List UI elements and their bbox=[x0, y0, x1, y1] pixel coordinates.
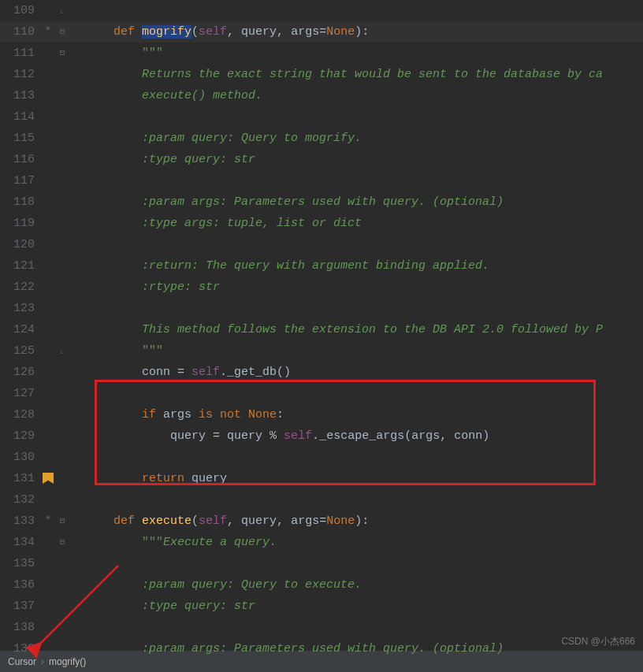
code-line[interactable]: 126 conn = self._get_db() bbox=[0, 362, 643, 383]
token-prm: args bbox=[163, 408, 199, 421]
code-line[interactable]: 132 bbox=[0, 489, 643, 510]
code-line[interactable]: 128 if args is not None: bbox=[0, 404, 643, 425]
code-content[interactable]: return query bbox=[69, 468, 643, 489]
line-number: 137 bbox=[0, 596, 41, 617]
line-number: 112 bbox=[0, 64, 41, 85]
token-op: ): bbox=[355, 514, 369, 528]
code-line[interactable]: 110*⊟ def mogrify(self, query, args=None… bbox=[0, 21, 643, 43]
token-doc: Execute a query. bbox=[163, 536, 277, 549]
code-content[interactable]: :return: The query with argument binding… bbox=[69, 255, 643, 277]
code-line[interactable]: 137 :type query: str bbox=[0, 596, 643, 617]
code-line[interactable]: 116 :type query: str bbox=[0, 149, 643, 170]
code-content[interactable]: conn = self._get_db() bbox=[69, 362, 643, 383]
token-none: None bbox=[326, 514, 355, 528]
code-line[interactable]: 120 bbox=[0, 234, 643, 255]
token-prm: query bbox=[191, 472, 227, 485]
code-line[interactable]: 124 This method follows the extension to… bbox=[0, 319, 643, 340]
line-number: 125 bbox=[0, 340, 41, 362]
gutter-change-marker: * bbox=[41, 21, 55, 43]
code-line[interactable]: 131 return query bbox=[0, 468, 643, 489]
token-doc: execute() method. bbox=[142, 89, 262, 102]
token-sel: mogrify bbox=[142, 25, 191, 39]
token-prm: query bbox=[241, 514, 277, 528]
line-number: 123 bbox=[0, 298, 41, 319]
code-content[interactable]: :type args: tuple, list or dict bbox=[69, 213, 643, 234]
fold-gutter[interactable]: ⊟ bbox=[55, 510, 69, 532]
token-none: None bbox=[326, 25, 355, 39]
code-line[interactable]: 112 Returns the exact string that would … bbox=[0, 64, 643, 85]
code-line[interactable]: 109⌞ bbox=[0, 0, 643, 21]
code-line[interactable]: 125⌞ """ bbox=[0, 340, 643, 362]
code-content[interactable]: """ bbox=[69, 340, 643, 362]
token-op: = bbox=[177, 366, 191, 379]
code-content[interactable]: This method follows the extension to the… bbox=[69, 319, 643, 340]
token-str: """ bbox=[142, 536, 163, 549]
fold-gutter[interactable]: ⌞ bbox=[55, 0, 69, 21]
code-line[interactable]: 133*⊟ def execute(self, query, args=None… bbox=[0, 510, 643, 532]
token-none: None bbox=[248, 408, 277, 421]
code-line[interactable]: 138 bbox=[0, 617, 643, 638]
token-op: , bbox=[440, 429, 454, 443]
token-doc: :type query: str bbox=[142, 600, 255, 613]
fold-start-icon[interactable]: ⊟ bbox=[60, 532, 65, 553]
fold-start-icon[interactable]: ⊟ bbox=[60, 510, 65, 532]
fold-gutter[interactable]: ⊟ bbox=[55, 532, 69, 553]
line-number: 136 bbox=[0, 574, 41, 596]
token-doc: :rtype: str bbox=[142, 280, 220, 294]
token-prm: query bbox=[227, 429, 269, 443]
code-line[interactable]: 113 execute() method. bbox=[0, 85, 643, 106]
code-line[interactable]: 136 :param query: Query to execute. bbox=[0, 574, 643, 596]
code-line[interactable]: 139 :param args: Parameters used with qu… bbox=[0, 638, 643, 659]
code-line[interactable]: 127 bbox=[0, 383, 643, 404]
code-content[interactable]: :param query: Query to execute. bbox=[69, 574, 643, 596]
code-content[interactable]: query = query % self._escape_args(args, … bbox=[69, 425, 643, 447]
code-line[interactable]: 117 bbox=[0, 170, 643, 191]
code-line[interactable]: 114 bbox=[0, 106, 643, 128]
code-line[interactable]: 118 :param args: Parameters used with qu… bbox=[0, 191, 643, 213]
code-line[interactable]: 119 :type args: tuple, list or dict bbox=[0, 213, 643, 234]
fold-gutter[interactable]: ⌞ bbox=[55, 340, 69, 362]
line-number: 111 bbox=[0, 43, 41, 64]
fold-end-icon[interactable]: ⌞ bbox=[60, 340, 65, 362]
code-content[interactable]: :rtype: str bbox=[69, 277, 643, 298]
code-content[interactable]: :param query: Query to mogrify. bbox=[69, 128, 643, 149]
code-content[interactable]: if args is not None: bbox=[69, 404, 643, 425]
token-doc: :param query: Query to execute. bbox=[142, 578, 362, 592]
fold-start-icon[interactable]: ⊟ bbox=[60, 43, 65, 64]
code-content[interactable]: def mogrify(self, query, args=None): bbox=[69, 21, 643, 43]
code-editor[interactable]: 109⌞110*⊟ def mogrify(self, query, args=… bbox=[0, 0, 643, 651]
code-line[interactable]: 129 query = query % self._escape_args(ar… bbox=[0, 425, 643, 447]
code-content[interactable]: execute() method. bbox=[69, 85, 643, 106]
code-line[interactable]: 122 :rtype: str bbox=[0, 277, 643, 298]
code-content[interactable]: :param args: Parameters used with query.… bbox=[69, 638, 643, 659]
line-number: 131 bbox=[0, 468, 41, 489]
code-line[interactable]: 111⊟ """ bbox=[0, 43, 643, 64]
code-content[interactable]: def execute(self, query, args=None): bbox=[69, 510, 643, 532]
code-content[interactable]: :param args: Parameters used with query.… bbox=[69, 191, 643, 213]
token-prm: args bbox=[291, 25, 319, 39]
token-slf: self bbox=[284, 429, 312, 443]
fold-gutter[interactable]: ⊟ bbox=[55, 43, 69, 64]
fold-gutter[interactable]: ⊟ bbox=[55, 21, 69, 43]
fold-start-icon[interactable]: ⊟ bbox=[60, 21, 65, 43]
fold-end-icon[interactable]: ⌞ bbox=[60, 0, 65, 21]
code-line[interactable]: 123 bbox=[0, 298, 643, 319]
code-content[interactable]: Returns the exact string that would be s… bbox=[69, 64, 643, 85]
code-line[interactable]: 130 bbox=[0, 447, 643, 468]
code-content[interactable]: """Execute a query. bbox=[69, 532, 643, 553]
code-content[interactable]: :type query: str bbox=[69, 149, 643, 170]
line-number: 117 bbox=[0, 170, 41, 191]
code-line[interactable]: 115 :param query: Query to mogrify. bbox=[0, 128, 643, 149]
token-op: = bbox=[213, 429, 227, 443]
code-line[interactable]: 121 :return: The query with argument bin… bbox=[0, 255, 643, 277]
token-op: : bbox=[277, 408, 284, 421]
line-number: 128 bbox=[0, 404, 41, 425]
code-line[interactable]: 134⊟ """Execute a query. bbox=[0, 532, 643, 553]
code-line[interactable]: 135 bbox=[0, 553, 643, 574]
token-doc: :return: The query with argument binding… bbox=[142, 259, 489, 273]
line-number: 124 bbox=[0, 319, 41, 340]
gutter-change-marker bbox=[41, 468, 55, 492]
code-content[interactable]: :type query: str bbox=[69, 596, 643, 617]
line-number: 115 bbox=[0, 128, 41, 149]
code-content[interactable]: """ bbox=[69, 43, 643, 64]
